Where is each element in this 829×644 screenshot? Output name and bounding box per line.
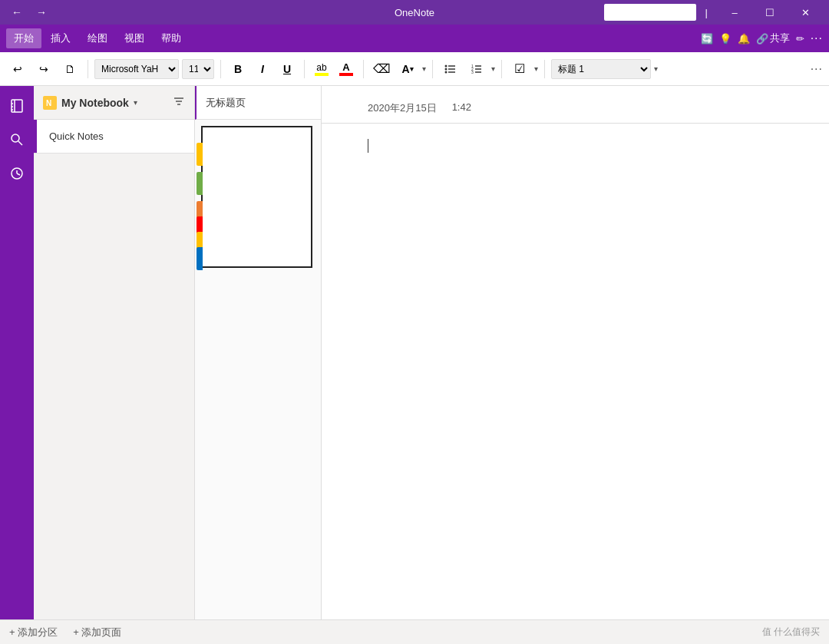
numbered-button[interactable]: 123 xyxy=(465,58,488,81)
title-bar: ← → OneNote | – ☐ ✕ xyxy=(0,0,829,25)
redo-button[interactable]: ↪ xyxy=(32,58,55,81)
close-button[interactable]: ✕ xyxy=(788,0,823,25)
svg-point-3 xyxy=(445,64,448,67)
eraser-button[interactable]: ⌫ xyxy=(370,58,393,81)
svg-rect-12 xyxy=(12,100,22,112)
font-selector[interactable]: Microsoft YaH xyxy=(94,59,179,79)
app-title: OneNote xyxy=(395,7,434,18)
bullets-button[interactable] xyxy=(439,58,462,81)
more-toolbar-button[interactable]: ··· xyxy=(811,62,823,76)
page-date: 2020年2月15日 xyxy=(368,101,437,115)
page-item-untitled[interactable]: 无标题页 xyxy=(195,86,321,120)
page-header: 2020年2月15日 1:42 xyxy=(322,86,829,124)
divider-1 xyxy=(88,60,88,78)
sidebar-icons xyxy=(0,86,34,619)
content-body[interactable] xyxy=(322,124,829,171)
svg-text:N: N xyxy=(46,99,51,107)
pages-panel: 无标题页 xyxy=(195,86,322,619)
menu-item-help[interactable]: 帮助 xyxy=(154,28,189,48)
page-thumbnails xyxy=(195,120,321,619)
forward-button[interactable]: → xyxy=(31,2,52,23)
menu-item-insert[interactable]: 插入 xyxy=(43,28,78,48)
maximize-button[interactable]: ☐ xyxy=(752,0,788,25)
back-button[interactable]: ← xyxy=(6,2,28,23)
new-page-button[interactable]: 🗋 xyxy=(58,58,81,81)
menu-item-start[interactable]: 开始 xyxy=(6,28,41,48)
nav-buttons: ← → xyxy=(6,2,52,23)
section-name: Quick Notes xyxy=(43,130,104,142)
search-input[interactable] xyxy=(604,4,696,21)
bold-button[interactable]: B xyxy=(227,58,249,80)
notebook-panel: N My Notebook ▾ Quick Notes xyxy=(34,86,195,619)
font-size-selector[interactable]: 11 xyxy=(182,59,214,79)
pen-button[interactable]: ✏ xyxy=(796,33,804,45)
recent-icon-button[interactable] xyxy=(3,160,31,187)
content-area[interactable]: 2020年2月15日 1:42 xyxy=(322,86,829,619)
dropdown-arrow-1: ▾ xyxy=(422,64,426,73)
menu-item-draw[interactable]: 绘图 xyxy=(80,28,115,48)
text-cursor xyxy=(368,139,368,153)
underline-button[interactable]: U xyxy=(276,58,298,80)
filter-button[interactable] xyxy=(173,95,185,110)
sections-list: Quick Notes xyxy=(34,120,194,619)
divider-7 xyxy=(544,60,545,78)
dropdown-arrow-3: ▾ xyxy=(534,64,538,73)
more-button[interactable]: ··· xyxy=(811,31,823,45)
add-section-button[interactable]: + 添加分区 xyxy=(9,626,58,639)
divider-4 xyxy=(363,60,364,78)
watermark: 值 什么值得买 xyxy=(762,626,820,639)
sync-button[interactable]: 🔄 xyxy=(701,33,713,45)
svg-point-17 xyxy=(12,134,19,142)
chevron-down-icon: ▾ xyxy=(134,98,137,107)
italic-button[interactable]: I xyxy=(252,58,273,80)
svg-text:3: 3 xyxy=(471,69,474,74)
menu-item-view[interactable]: 视图 xyxy=(117,28,152,48)
add-page-button[interactable]: + 添加页面 xyxy=(73,626,121,639)
section-quick-notes[interactable]: Quick Notes xyxy=(34,120,194,154)
divider-5 xyxy=(432,60,433,78)
highlight-button[interactable]: ab xyxy=(311,58,332,80)
divider-2 xyxy=(220,60,221,78)
window-controls: – ☐ ✕ xyxy=(717,0,823,25)
style-selector[interactable]: 标题 1 xyxy=(551,59,651,79)
notebook-header: N My Notebook ▾ xyxy=(34,86,194,120)
svg-line-18 xyxy=(18,141,22,145)
undo-button[interactable]: ↩ xyxy=(6,58,29,81)
menu-bar: 开始 插入 绘图 视图 帮助 🔄 💡 🔔 🔗共享 ✏ ··· xyxy=(0,25,829,52)
divider-3 xyxy=(304,60,305,78)
notebook-name[interactable]: My Notebook xyxy=(61,97,129,109)
minimize-button[interactable]: – xyxy=(717,0,752,25)
font-color-button[interactable]: A xyxy=(335,58,357,80)
svg-point-5 xyxy=(445,71,448,73)
notebook-icon-button[interactable] xyxy=(3,92,31,120)
dropdown-arrow-2: ▾ xyxy=(491,64,495,73)
toolbar: ↩ ↪ 🗋 Microsoft YaH 11 B I U ab A ⌫ A▾ ▾… xyxy=(0,52,829,86)
page-thumbnail[interactable] xyxy=(201,126,312,268)
dropdown-arrow-4: ▾ xyxy=(654,64,658,73)
notebook-icon: N xyxy=(43,96,57,110)
bottom-bar: + 添加分区 + 添加页面 值 什么值得买 xyxy=(0,619,829,644)
search-icon-button[interactable] xyxy=(3,126,31,154)
bell-button[interactable]: 🔔 xyxy=(738,33,750,45)
svg-line-21 xyxy=(17,173,20,175)
page-time: 1:42 xyxy=(452,101,471,113)
svg-point-4 xyxy=(445,68,448,70)
divider-6 xyxy=(501,60,502,78)
text-style-button[interactable]: A▾ xyxy=(396,58,419,81)
main-layout: N My Notebook ▾ Quick Notes 无标题页 xyxy=(0,86,829,619)
share-button[interactable]: 🔗共享 xyxy=(756,31,790,45)
lightbulb-button[interactable]: 💡 xyxy=(719,33,732,45)
page-title-label: 无标题页 xyxy=(206,96,246,110)
checkbox-button[interactable]: ☑ xyxy=(508,58,531,81)
